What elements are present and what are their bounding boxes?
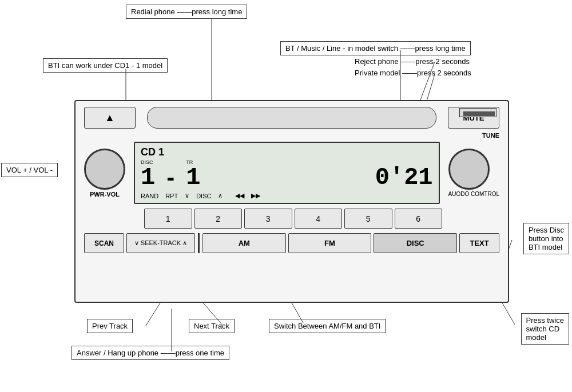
seek-divider bbox=[198, 233, 200, 253]
am-button[interactable]: AM bbox=[202, 233, 286, 253]
disc-label3: DISC bbox=[196, 193, 211, 199]
reject-phone-annotation: Reject phone ——press 2 seconds bbox=[355, 57, 470, 66]
text-button[interactable]: TEXT bbox=[459, 233, 499, 253]
press-disc-annotation: Press Discbutton intoBTI model bbox=[523, 223, 569, 254]
pwr-vol-label: PWR-VOL bbox=[84, 191, 125, 198]
next-arrow-btn[interactable]: ▶▶ bbox=[251, 192, 260, 199]
display-dash: - bbox=[166, 166, 174, 190]
prev-arrow-btn[interactable]: ◀◀ bbox=[235, 192, 244, 199]
disc-button[interactable]: DISC bbox=[374, 233, 457, 253]
switch-amfm-annotation: Switch Between AM/FM and BTI bbox=[269, 319, 386, 333]
tape-fill bbox=[463, 111, 495, 116]
rand-label[interactable]: RAND bbox=[141, 193, 158, 199]
unit-mid-row: PWR-VOL CD 1 DISC 1 - TR bbox=[76, 142, 508, 204]
private-model-annotation: Private model ——press 2 seconds bbox=[355, 69, 471, 77]
bti-cd1-annotation: BTI can work under CD1 - 1 model bbox=[43, 58, 168, 73]
press-twice-annotation: Press twiceswitch CDmodel bbox=[521, 313, 569, 345]
audio-control-label: AUODO COMTROL bbox=[448, 191, 499, 197]
prev-track-annotation: Prev Track bbox=[87, 319, 133, 333]
track-number: 1 bbox=[186, 166, 200, 190]
vol-down-btn[interactable]: ∨ bbox=[185, 192, 189, 199]
next-track-annotation: Next Track bbox=[189, 319, 235, 333]
svg-line-6 bbox=[146, 303, 160, 326]
preset-2-button[interactable]: 2 bbox=[194, 209, 243, 229]
tune-label: TUNE bbox=[76, 132, 508, 139]
preset-5-button[interactable]: 5 bbox=[344, 209, 392, 229]
vol-up-btn[interactable]: ∧ bbox=[218, 192, 223, 199]
preset-3-button[interactable]: 3 bbox=[244, 209, 292, 229]
preset-1-button[interactable]: 1 bbox=[144, 209, 192, 229]
disc-number: 1 bbox=[141, 166, 155, 190]
display-time: 0'21 bbox=[375, 166, 433, 190]
pwr-vol-knob[interactable] bbox=[84, 149, 125, 190]
preset-6-button[interactable]: 6 bbox=[395, 209, 443, 229]
redial-annotation: Redial phone ——press long time bbox=[126, 5, 247, 19]
scan-button[interactable]: SCAN bbox=[84, 233, 124, 253]
cd-slot bbox=[147, 107, 436, 129]
main-display: CD 1 DISC 1 - TR 1 bbox=[134, 142, 440, 204]
pwr-vol-section: PWR-VOL bbox=[84, 149, 125, 198]
fm-button[interactable]: FM bbox=[288, 233, 372, 253]
rpt-label[interactable]: RPT bbox=[165, 193, 178, 199]
cd-label: CD 1 bbox=[141, 146, 433, 158]
eject-button[interactable]: ▲ bbox=[84, 107, 136, 129]
answer-hangup-annotation: Answer / Hang up phone ——press one time bbox=[72, 346, 229, 360]
vol-annotation: VOL + / VOL - bbox=[1, 163, 58, 177]
preset-buttons-row: 1 2 3 4 5 6 bbox=[76, 204, 451, 229]
svg-line-11 bbox=[502, 303, 515, 325]
tune-section: AUODO COMTROL bbox=[448, 149, 499, 197]
tune-knob[interactable] bbox=[448, 149, 490, 190]
display-controls-row: RAND RPT ∨ DISC ∧ ◀◀ ▶▶ bbox=[141, 192, 433, 199]
unit-top-row: ▲ MUTE bbox=[76, 101, 508, 131]
bottom-controls-row: SCAN ∨ SEEK-TRACK ∧ AM FM DISC TEXT bbox=[76, 229, 508, 253]
car-stereo-unit: ▲ MUTE TUNE PWR-VOL CD 1 DISC bbox=[74, 100, 509, 303]
preset-4-button[interactable]: 4 bbox=[295, 209, 343, 229]
bt-music-annotation: BT / Music / Line - in model switch ——pr… bbox=[280, 41, 471, 55]
seek-track-button[interactable]: ∨ SEEK-TRACK ∧ bbox=[126, 233, 195, 253]
